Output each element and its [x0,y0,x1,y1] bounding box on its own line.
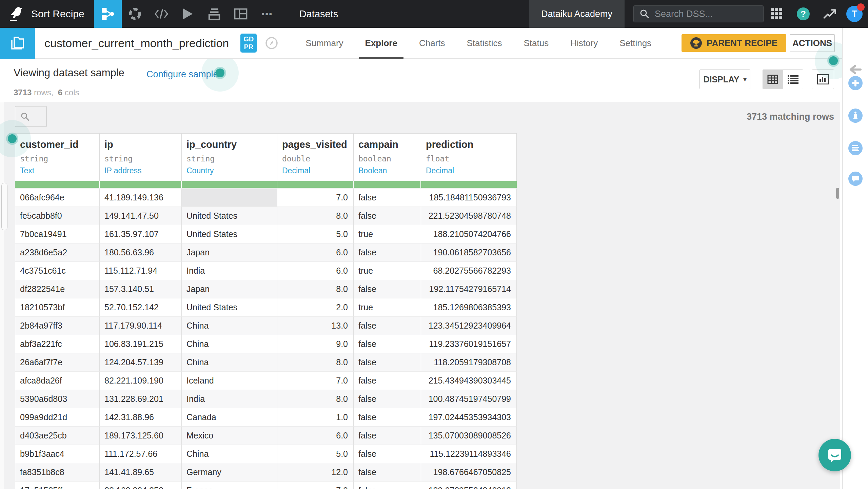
cell-campain[interactable]: false [354,189,421,207]
tutorial-dot-table[interactable] [8,134,17,143]
jobs-icon[interactable] [201,0,228,28]
cell-customer_id[interactable]: 7b0ca19491 [15,225,100,243]
cell-campain[interactable]: false [354,335,421,353]
quality-bar-pages_visited[interactable] [277,181,354,188]
cell-ip[interactable]: 52.70.152.142 [100,298,182,317]
cell-customer_id[interactable]: b9b1f3aac4 [15,445,100,463]
cell-ip_country[interactable]: China [182,445,277,463]
column-name[interactable]: ip_country [186,139,277,150]
cell-ip_country[interactable] [182,189,277,207]
column-name[interactable]: pages_visited [282,139,353,150]
cell-customer_id[interactable]: 26a6af7f7e [15,353,100,372]
help-icon[interactable]: ? [790,0,816,28]
cell-prediction[interactable]: 190.0618582703656 [421,243,517,262]
cell-campain[interactable]: true [354,262,421,280]
cell-ip_country[interactable]: United States [182,298,277,317]
play-icon[interactable] [175,0,201,28]
cell-pages_visited[interactable]: 7.0 [277,482,354,489]
cell-campain[interactable]: false [354,280,421,298]
cell-ip[interactable]: 142.31.88.96 [100,408,182,427]
column-meaning[interactable]: Text [20,166,99,175]
cell-ip[interactable]: 111.172.57.66 [100,445,182,463]
cell-ip[interactable]: 82.221.109.190 [100,372,182,390]
cell-customer_id[interactable]: d403ae25cb [15,427,100,445]
cell-customer_id[interactable]: 18210573bf [15,298,100,317]
apps-grid-icon[interactable] [764,0,790,28]
table-view-button[interactable] [763,70,783,89]
cell-ip[interactable]: 131.228.69.201 [100,390,182,408]
column-name[interactable]: ip [104,139,181,150]
cell-campain[interactable]: false [354,243,421,262]
column-meaning[interactable]: Country [186,166,277,175]
cell-ip[interactable]: 124.204.57.139 [100,353,182,372]
column-name[interactable]: customer_id [20,139,99,150]
cell-campain[interactable]: false [354,207,421,225]
more-icon[interactable]: ••• [254,0,280,28]
parent-recipe-button[interactable]: PARENT RECIPE [682,34,786,52]
cell-prediction[interactable]: 192.11754279165714 [421,280,517,298]
cell-prediction[interactable]: 100.48745197450799 [421,390,517,408]
cell-campain[interactable]: false [354,372,421,390]
column-header-prediction[interactable]: predictionfloatDecimal [421,133,517,181]
tutorial-dot-configure[interactable] [216,69,224,77]
cell-ip_country[interactable]: Canada [182,408,277,427]
cell-ip[interactable]: 157.3.140.51 [100,280,182,298]
cell-ip[interactable]: 149.141.47.50 [100,207,182,225]
cell-ip[interactable]: 189.173.125.60 [100,427,182,445]
column-meaning[interactable]: Boolean [358,166,421,175]
cell-prediction[interactable]: 185.1269806385393 [421,298,517,317]
cell-ip[interactable]: 115.112.71.94 [100,262,182,280]
column-header-pages_visited[interactable]: pages_visiteddoubleDecimal [277,133,354,181]
cell-prediction[interactable]: 135.07003089008526 [421,427,517,445]
cell-pages_visited[interactable]: 5.0 [277,445,354,463]
cell-ip[interactable]: 88.163.204.252 [100,482,182,489]
quality-bar-ip[interactable] [100,181,182,188]
user-avatar[interactable]: T [846,6,863,22]
cell-campain[interactable]: false [354,445,421,463]
cell-ip[interactable]: 141.41.89.65 [100,463,182,482]
cell-ip_country[interactable]: United States [182,225,277,243]
cell-ip_country[interactable]: Iceland [182,372,277,390]
vertical-scrollbar[interactable] [836,188,839,199]
cell-prediction[interactable]: 188.2105074204766 [421,225,517,243]
cell-ip[interactable]: 161.35.97.107 [100,225,182,243]
project-name[interactable]: Dataiku Academy [529,0,625,28]
cell-pages_visited[interactable]: 13.0 [277,317,354,335]
quality-bar-campain[interactable] [354,181,421,188]
cell-ip_country[interactable]: United States [182,207,277,225]
cell-customer_id[interactable]: 066afc964e [15,189,100,207]
cell-prediction[interactable]: 215.43494390303445 [421,372,517,390]
lab-icon[interactable] [122,0,148,28]
column-header-ip_country[interactable]: ip_countrystringCountry [182,133,277,181]
gdpr-badge[interactable]: GD PR [240,34,257,53]
quality-bar-prediction[interactable] [421,181,517,188]
cell-ip_country[interactable]: China [182,353,277,372]
code-icon[interactable] [148,0,175,28]
column-header-ip[interactable]: ipstringIP address [100,133,182,181]
flow-icon[interactable] [94,0,122,28]
tab-charts[interactable]: Charts [419,28,445,59]
cell-pages_visited[interactable]: 6.0 [277,243,354,262]
cell-pages_visited[interactable]: 2.0 [277,298,354,317]
cell-prediction[interactable]: 119.23376019151657 [421,335,517,353]
cell-campain[interactable]: true [354,298,421,317]
tab-history[interactable]: History [570,28,598,59]
cell-campain[interactable]: false [354,390,421,408]
cell-campain[interactable]: false [354,353,421,372]
cell-ip_country[interactable]: Japan [182,280,277,298]
column-meaning[interactable]: IP address [104,166,181,175]
column-name[interactable]: prediction [426,139,516,150]
cell-pages_visited[interactable]: 12.0 [277,463,354,482]
cell-prediction[interactable]: 189.67895524840912 [421,482,517,489]
chat-help-button[interactable] [818,439,851,471]
cell-campain[interactable]: false [354,463,421,482]
cell-pages_visited[interactable]: 8.0 [277,390,354,408]
tab-settings[interactable]: Settings [619,28,651,59]
cell-prediction[interactable]: 197.02445353934303 [421,408,517,427]
tab-statistics[interactable]: Statistics [467,28,502,59]
cell-pages_visited[interactable]: 5.0 [277,225,354,243]
tutorial-dot-actions[interactable] [829,56,838,65]
details-panel-icon[interactable] [848,109,863,123]
cell-pages_visited[interactable]: 8.0 [277,280,354,298]
cell-customer_id[interactable]: abf3a221fc [15,335,100,353]
